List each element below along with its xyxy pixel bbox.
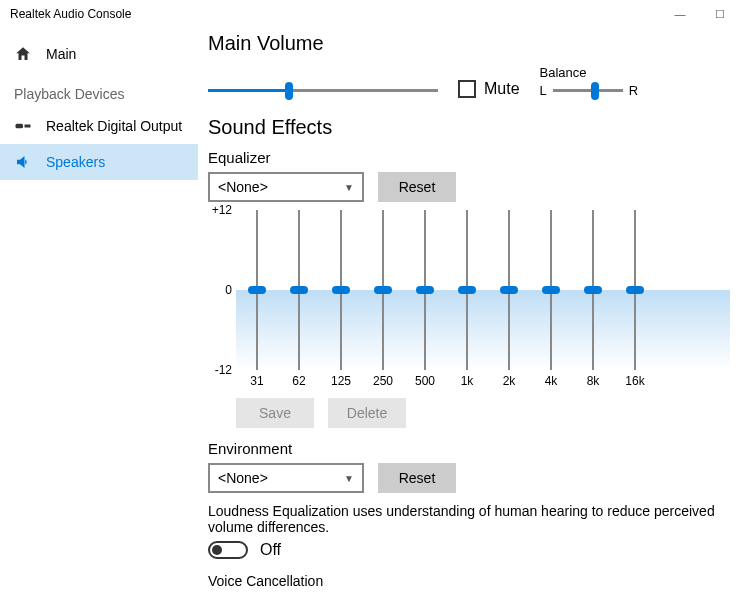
sidebar-item-label: Main: [46, 46, 76, 62]
eq-band-slider[interactable]: [583, 210, 603, 370]
equalizer-delete-button[interactable]: Delete: [328, 398, 406, 428]
balance-right-label: R: [629, 83, 638, 98]
loudness-toggle[interactable]: [208, 541, 248, 559]
balance-label: Balance: [540, 65, 639, 80]
maximize-button[interactable]: ☐: [700, 8, 740, 21]
sidebar-item-digital-output[interactable]: Realtek Digital Output: [0, 108, 198, 144]
eq-band-slider[interactable]: [289, 210, 309, 370]
equalizer-preset-value: <None>: [218, 179, 268, 195]
loudness-description: Loudness Equalization uses understanding…: [208, 503, 730, 535]
sidebar-item-main[interactable]: Main: [0, 36, 198, 72]
chevron-down-icon: ▼: [344, 182, 354, 193]
eq-band-label: 500: [415, 374, 435, 388]
eq-band-slider[interactable]: [625, 210, 645, 370]
sidebar-item-label: Realtek Digital Output: [46, 118, 182, 134]
eq-band-label: 16k: [625, 374, 644, 388]
eq-band-slider[interactable]: [415, 210, 435, 370]
environment-preset-value: <None>: [218, 470, 268, 486]
eq-band-label: 2k: [503, 374, 516, 388]
sidebar-item-label: Speakers: [46, 154, 105, 170]
environment-preset-dropdown[interactable]: <None> ▼: [208, 463, 364, 493]
home-icon: [14, 45, 34, 63]
speaker-icon: [14, 153, 34, 171]
eq-band-label: 250: [373, 374, 393, 388]
eq-band-label: 1k: [461, 374, 474, 388]
eq-band-label: 4k: [545, 374, 558, 388]
minimize-button[interactable]: —: [660, 8, 700, 20]
environment-reset-button[interactable]: Reset: [378, 463, 456, 493]
digital-output-icon: [14, 121, 34, 131]
sound-effects-heading: Sound Effects: [208, 116, 730, 139]
sidebar-item-speakers[interactable]: Speakers: [0, 144, 198, 180]
equalizer-label: Equalizer: [208, 149, 730, 166]
window-title: Realtek Audio Console: [10, 7, 131, 21]
mute-checkbox[interactable]: [458, 80, 476, 98]
eq-band-slider[interactable]: [499, 210, 519, 370]
equalizer-sliders: +12 0 -12 31621252505001k2k4k8k16k: [208, 210, 730, 388]
svg-rect-1: [25, 125, 31, 128]
balance-slider[interactable]: [553, 80, 623, 100]
content: Main Volume Mute Balance L R: [198, 28, 750, 594]
equalizer-save-button[interactable]: Save: [236, 398, 314, 428]
titlebar: Realtek Audio Console — ☐: [0, 0, 750, 28]
balance-left-label: L: [540, 83, 547, 98]
eq-band-slider[interactable]: [331, 210, 351, 370]
voice-cancellation-label: Voice Cancellation: [208, 573, 730, 589]
eq-band-slider[interactable]: [247, 210, 267, 370]
loudness-state: Off: [260, 541, 281, 559]
equalizer-preset-dropdown[interactable]: <None> ▼: [208, 172, 364, 202]
main-volume-slider[interactable]: [208, 80, 438, 100]
sidebar-heading: Playback Devices: [0, 72, 198, 108]
chevron-down-icon: ▼: [344, 473, 354, 484]
environment-label: Environment: [208, 440, 730, 457]
eq-band-slider[interactable]: [457, 210, 477, 370]
svg-rect-0: [16, 124, 24, 129]
eq-band-slider[interactable]: [373, 210, 393, 370]
sidebar: Main Playback Devices Realtek Digital Ou…: [0, 28, 198, 594]
eq-band-slider[interactable]: [541, 210, 561, 370]
eq-band-label: 62: [292, 374, 305, 388]
eq-band-label: 8k: [587, 374, 600, 388]
eq-band-label: 125: [331, 374, 351, 388]
mute-label: Mute: [484, 80, 520, 98]
equalizer-reset-button[interactable]: Reset: [378, 172, 456, 202]
main-volume-heading: Main Volume: [208, 32, 730, 55]
equalizer-y-axis: +12 0 -12: [204, 210, 232, 370]
eq-band-label: 31: [250, 374, 263, 388]
